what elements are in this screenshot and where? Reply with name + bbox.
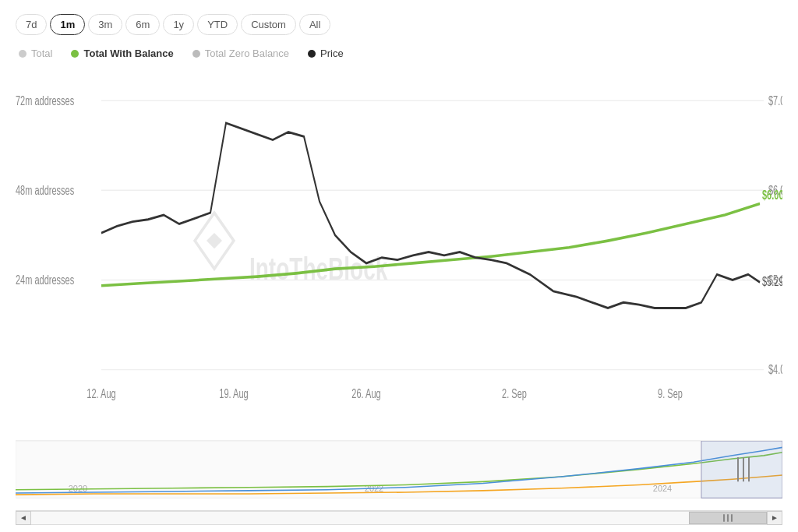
x-label-aug26: 26. Aug — [351, 387, 380, 400]
btn-ytd[interactable]: YTD — [197, 14, 238, 35]
legend-dot-price — [308, 50, 316, 58]
scroll-right-arrow[interactable]: ► — [767, 511, 782, 525]
btn-custom[interactable]: Custom — [241, 14, 296, 35]
main-chart-svg: 72m addresses 48m addresses 24m addresse… — [16, 67, 782, 437]
legend-dot-total-balance — [71, 50, 79, 58]
scroll-thumb[interactable] — [689, 512, 767, 524]
nav-selection[interactable] — [701, 441, 782, 498]
legend-price: Price — [308, 48, 344, 59]
time-range-bar: 7d 1m 3m 6m 1y YTD Custom All — [16, 14, 782, 35]
btn-all[interactable]: All — [299, 14, 330, 35]
btn-1m[interactable]: 1m — [50, 14, 85, 35]
x-label-aug19: 19. Aug — [219, 387, 248, 400]
y-label-4: $4.00 — [768, 363, 782, 376]
scroll-left-arrow[interactable]: ◄ — [16, 511, 31, 525]
watermark-icon-inner — [207, 233, 222, 248]
btn-6m[interactable]: 6m — [125, 14, 160, 35]
nav-year-2020: 2020 — [69, 484, 87, 493]
x-label-sep2: 2. Sep — [502, 387, 527, 400]
line-label-balance-end: $6.00 — [762, 188, 782, 202]
navigator-svg: 2020 2022 2024 — [16, 441, 782, 510]
legend-total-balance: Total With Balance — [71, 48, 173, 59]
scroll-track — [31, 511, 767, 525]
scrollbar: ◄ ► — [16, 510, 782, 524]
x-label-aug12: 12. Aug — [87, 387, 115, 400]
navigator: 2020 2022 2024 — [16, 440, 782, 510]
legend-dot-zero-balance — [192, 50, 200, 58]
y-label-7: $7.00 — [768, 94, 782, 107]
legend-dot-total — [19, 50, 26, 58]
y-label-72m: 72m addresses — [16, 94, 74, 107]
legend-label-zero-balance: Total Zero Balance — [205, 48, 289, 59]
y-label-24m: 24m addresses — [16, 273, 74, 287]
legend-label-total: Total — [31, 48, 52, 59]
btn-7d[interactable]: 7d — [16, 14, 47, 35]
legend-label-price: Price — [320, 48, 344, 59]
btn-1y[interactable]: 1y — [163, 14, 194, 35]
line-label-price-end: $5.29 — [762, 275, 782, 288]
x-label-sep9: 9. Sep — [658, 387, 683, 400]
grip-2 — [727, 514, 729, 522]
legend-zero-balance: Total Zero Balance — [192, 48, 289, 59]
btn-3m[interactable]: 3m — [88, 14, 122, 35]
main-chart: 72m addresses 48m addresses 24m addresse… — [16, 67, 782, 437]
chart-legend: Total Total With Balance Total Zero Bala… — [16, 48, 782, 59]
legend-total: Total — [19, 48, 52, 59]
watermark-text: IntoTheBlock — [249, 252, 388, 286]
grip-3 — [731, 514, 733, 522]
chart-wrapper: 72m addresses 48m addresses 24m addresse… — [16, 67, 782, 524]
grip-1 — [723, 514, 725, 522]
main-container: 7d 1m 3m 6m 1y YTD Custom All Total Tota… — [0, 0, 798, 532]
nav-year-2024: 2024 — [653, 484, 672, 493]
y-label-48m: 48m addresses — [16, 184, 74, 197]
legend-label-total-balance: Total With Balance — [83, 48, 173, 59]
